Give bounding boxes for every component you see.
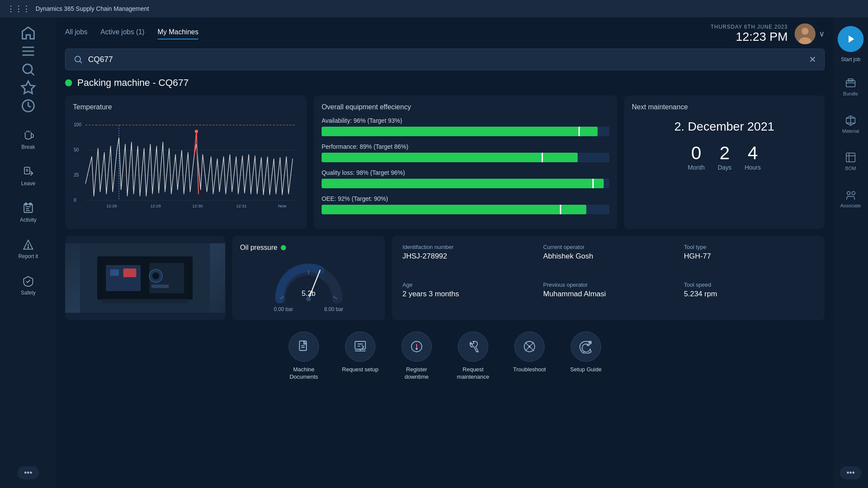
machine-status-dot [65,79,72,86]
oee-metric-performance: Performance: 89% (Target 86%) [322,143,609,162]
countdown-months: 0 Month [688,144,705,171]
machine-documents-button[interactable]: Machine Documents [282,331,326,381]
request-setup-icon [353,340,367,354]
nav-star-icon[interactable] [20,80,36,95]
machine-illustration [80,243,210,313]
oee-quality-fill [322,179,604,188]
register-downtime-button[interactable]: Register downtime [395,331,438,381]
oee-quality-bar [322,179,609,188]
nav-recent-icon[interactable] [20,98,36,114]
info-tool-speed-block: Tool speed 5.234 rpm [684,282,814,312]
tab-all-jobs[interactable]: All jobs [65,28,88,39]
break-button[interactable]: Break [11,122,46,157]
svg-point-20 [28,247,29,248]
svg-text:5.2b: 5.2b [302,289,316,297]
nav-menu-icon[interactable] [20,43,36,59]
countdown-days-label: Days [718,164,732,171]
info-age-block: Age 2 years 3 months [402,282,533,312]
countdown-hours-value: 4 [745,144,761,162]
tab-my-machines[interactable]: My Machines [158,28,198,39]
oee-quality-label: Quality loss: 98% (Target 96%) [322,169,609,176]
svg-text:12:31: 12:31 [236,203,247,208]
svg-point-3 [23,64,32,73]
request-setup-button[interactable]: Request setup [339,331,382,381]
countdown-days-value: 2 [718,144,732,162]
svg-rect-29 [846,153,855,162]
info-operator-value: Abhishek Gosh [543,252,673,261]
oee-availability-label: Availability: 96% (Target 93%) [322,117,609,124]
bom-button[interactable]: BOM [835,144,866,179]
troubleshoot-button[interactable]: Troubleshoot [508,331,551,381]
nav-home-icon[interactable] [20,25,36,41]
apps-grid-icon[interactable]: ⋮⋮⋮ [7,4,30,13]
leave-button[interactable]: Leave [11,159,46,193]
svg-line-86 [525,347,529,351]
time-text: 12:23 PM [710,30,788,44]
avatar-chevron-icon: ∨ [819,29,825,39]
info-prev-operator-value: Muhammad Almasi [543,290,673,298]
machine-info-card: Identifaction number JHSJ-278992 Current… [392,236,825,320]
material-button[interactable]: Material [835,107,866,141]
sidebar-more-button[interactable]: ••• [17,466,39,479]
gauge-max-label: 8.00 bar [324,306,343,312]
info-tool-speed-value: 5.234 rpm [684,290,814,298]
tab-navigation: All jobs Active jobs (1) My Machines [65,28,198,39]
oil-pressure-gauge: 5.2b [270,256,348,304]
leave-label: Leave [21,180,36,187]
oee-availability-bar [322,127,609,136]
info-tool-type-block: Tool type HGH-77 [684,244,814,275]
maintenance-card: Next maintenance 2. December 2021 0 Mont… [624,95,825,229]
machine-image-card [65,236,225,320]
machine-title: Packing machine - CQ677 [77,77,189,88]
material-label: Material [842,128,859,134]
oee-oee-target-marker [560,205,561,214]
setup-guide-icon-circle [571,331,601,362]
maintenance-card-title: Next maintenance [632,103,817,111]
svg-rect-63 [151,285,169,288]
gauge-labels: 0.00 bar 8.00 bar [274,306,343,312]
request-setup-icon-circle [345,331,375,362]
maintenance-icon [466,340,480,354]
info-prev-operator-block: Previous operator Muhammad Almasi [543,282,673,312]
machine-title-row: Packing machine - CQ677 [65,77,825,88]
svg-text:12:29: 12:29 [150,203,161,208]
temperature-card-title: Temperature [73,103,299,111]
search-input[interactable] [88,55,804,64]
temperature-card: Temperature 100 50 25 0 [65,95,307,229]
safety-label: Safety [21,290,36,296]
oee-oee-fill [322,205,586,214]
svg-line-85 [529,342,534,347]
svg-text:50: 50 [74,147,79,152]
svg-marker-21 [848,36,854,43]
countdown-hours-label: Hours [745,164,761,171]
machine-image [65,243,225,313]
search-clear-icon[interactable]: ✕ [809,54,816,65]
svg-marker-5 [22,81,35,94]
oee-metric-quality: Quality loss: 98% (Target 96%) [322,169,609,188]
svg-point-35 [802,28,809,35]
top-bar: ⋮⋮⋮ Dynamics 365 Supply Chain Management [0,0,868,17]
gauge-container: 5.2b 0.00 bar 8.00 bar [240,256,377,312]
activity-button[interactable]: Activity [11,195,46,230]
request-maintenance-icon-circle [458,331,488,362]
bundle-button[interactable]: Bundle [835,69,866,104]
oee-metric-availability: Availability: 96% (Target 93%) [322,117,609,136]
tab-active-jobs[interactable]: Active jobs (1) [101,28,145,39]
associate-button[interactable]: Associate [835,181,866,216]
user-avatar-container[interactable]: ∨ [795,23,825,44]
safety-button[interactable]: Safety [11,268,46,303]
oee-oee-label: OEE: 92% (Target: 90%) [322,195,609,202]
setup-guide-button[interactable]: Setup Guide [564,331,608,381]
setup-guide-label: Setup Guide [570,366,602,373]
report-button[interactable]: Report it [11,232,46,266]
oee-availability-target-marker [579,127,580,136]
svg-rect-75 [355,341,365,349]
right-sidebar-more-button[interactable]: ••• [840,466,861,479]
bundle-label: Bundle [843,91,858,96]
start-job-button[interactable] [838,26,864,52]
troubleshoot-icon [523,340,536,354]
maintenance-date: 2. December 2021 [632,120,817,134]
request-maintenance-button[interactable]: Request maintenance [451,331,495,381]
troubleshoot-icon-circle [514,331,545,362]
nav-search-icon[interactable] [20,62,36,77]
